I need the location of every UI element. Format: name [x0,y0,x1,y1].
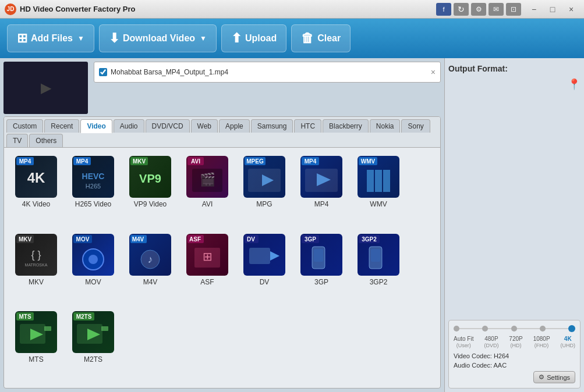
tab-web[interactable]: Web [191,119,218,133]
format-item-3gp2[interactable]: 3GP2 3GP2 [352,231,405,305]
message-icon[interactable]: ✉ [489,3,504,16]
tab-recent[interactable]: Recent [44,119,79,133]
add-files-arrow: ▼ [77,34,84,42]
close-button[interactable]: × [563,3,579,16]
refresh-icon[interactable]: ↻ [454,3,469,16]
format-label-dv: DV [260,278,270,286]
maximize-button[interactable]: □ [544,3,561,16]
file-close-button[interactable]: × [431,67,436,77]
svg-rect-57 [249,248,270,264]
format-item-vp9[interactable]: MKV VP9 VP9 Video [124,154,176,227]
file-name: Mohabbat Barsa_MP4_Output_1.mp4 [111,68,427,76]
file-item: Mohabbat Barsa_MP4_Output_1.mp4 × [94,62,441,83]
right-panel: Output Format: 📍 Auto Fit(User)480P(DVD)… [444,58,584,392]
format-item-h265[interactable]: MP4 HEVC H265 H265 Video [67,154,119,227]
format-item-mkv[interactable]: MKV { } MATROSKA MKV [10,231,62,305]
tab-audio[interactable]: Audio [114,119,144,133]
format-label-3gp: 3GP [314,278,328,286]
svg-text:3GP2: 3GP2 [362,236,377,243]
tab-nokia[interactable]: Nokia [370,119,401,133]
format-item-dv[interactable]: DV DV [238,231,291,305]
format-item-avi[interactable]: AVI 🎬 AVI [181,154,233,227]
add-files-button[interactable]: ⊞ Add Files ▼ [7,24,94,52]
settings2-icon[interactable]: ⚙ [471,3,486,16]
gear-icon: ⚙ [539,373,544,381]
upload-label: Upload [245,33,277,44]
download-icon: ⬇ [109,31,119,46]
svg-rect-33 [383,170,390,192]
upload-button[interactable]: ⬆ Upload [221,24,286,52]
output-format-label: Output Format: [448,62,581,78]
format-label-3gp2: 3GP2 [370,278,388,286]
svg-text:VP9: VP9 [139,172,161,185]
format-item-mp4[interactable]: MP4 MP4 [295,154,348,227]
format-label-vp9: VP9 Video [134,200,167,208]
clear-button[interactable]: 🗑 Clear [291,24,351,52]
svg-text:MP4: MP4 [305,158,317,165]
quality-dot-3[interactable] [540,326,546,332]
format-item-4k[interactable]: MP4 4K 4K Video [10,154,62,227]
share-icon[interactable]: ⊡ [506,3,521,16]
svg-text:MPEG: MPEG [246,158,264,165]
format-label-m2ts: M2TS [84,355,102,364]
svg-point-43 [89,255,98,264]
format-item-mts[interactable]: MTS MTS [10,309,62,382]
svg-text:♪: ♪ [148,254,153,265]
add-files-label: Add Files [31,33,73,44]
quality-label-3: 1080P(FHD) [533,336,550,349]
svg-text:M4V: M4V [132,236,144,243]
format-item-mov[interactable]: MOV MOV [67,231,119,305]
quality-dot-2[interactable] [511,326,517,332]
add-files-icon: ⊞ [17,31,27,46]
format-item-m2ts[interactable]: M2TS M2TS [67,309,119,382]
tab-video[interactable]: Video [80,119,112,133]
svg-text:🎬: 🎬 [200,172,216,187]
quality-dot-1[interactable] [482,326,488,332]
social-icons: f ↻ ⚙ ✉ ⊡ [436,3,521,16]
svg-rect-74 [44,326,51,331]
tab-dvdvcd[interactable]: DVD/VCD [146,119,190,133]
tab-others[interactable]: Others [29,134,63,147]
file-checkbox[interactable] [99,68,107,76]
svg-text:M2TS: M2TS [76,313,92,320]
pin-icon: 📍 [568,78,581,91]
format-area: CustomRecentVideoAudioDVD/VCDWebAppleSam… [3,116,441,389]
format-item-3gp[interactable]: 3GP 3GP [295,231,348,305]
svg-rect-80 [101,326,108,331]
toolbar: ⊞ Add Files ▼ ⬇ Download Video ▼ ⬆ Uploa… [0,19,584,58]
svg-text:MKV: MKV [133,158,146,165]
format-grid: MP4 4K 4K Video MP4 HEVC H265 H265 Video… [4,148,440,388]
format-item-mpg[interactable]: MPEG MPG [238,154,291,227]
format-item-m4v[interactable]: M4V ♪ M4V [124,231,176,305]
tab-tv[interactable]: TV [6,134,28,147]
tab-htc[interactable]: HTC [294,119,321,133]
svg-text:4K: 4K [27,170,45,186]
title-bar-left: JD HD Video Converter Factory Pro [5,3,135,15]
svg-rect-32 [375,170,382,192]
quality-dot-4[interactable] [568,325,575,332]
format-item-wmv[interactable]: WMV WMV [352,154,405,227]
minimize-button[interactable]: − [526,3,542,16]
facebook-icon[interactable]: f [436,3,451,16]
title-bar: JD HD Video Converter Factory Pro f ↻ ⚙ … [0,0,584,19]
tab-blackberry[interactable]: Blackberry [323,119,369,133]
tab-samsung[interactable]: Samsung [251,119,293,133]
svg-text:ASF: ASF [189,236,201,243]
tab-custom[interactable]: Custom [6,119,43,133]
quality-slider-row [454,325,575,332]
settings-button[interactable]: ⚙ Settings [533,371,575,383]
tab-sony[interactable]: Sony [401,119,430,133]
format-item-asf[interactable]: ASF ⊞ ASF [181,231,233,305]
svg-text:MATROSKA: MATROSKA [25,263,48,267]
format-label-mov: MOV [85,278,101,286]
tab-apple[interactable]: Apple [219,119,250,133]
tabs-row: CustomRecentVideoAudioDVD/VCDWebAppleSam… [4,117,440,148]
svg-text:AVI: AVI [191,158,200,165]
quality-dot-0[interactable] [454,326,459,332]
left-panel: ▶ Mohabbat Barsa_MP4_Output_1.mp4 × Cust… [0,58,444,392]
download-video-button[interactable]: ⬇ Download Video ▼ [99,24,217,52]
svg-text:WMV: WMV [361,158,376,165]
format-label-h265: H265 Video [75,200,112,208]
format-label-4k: 4K Video [22,200,51,208]
video-preview: ▶ [3,62,88,114]
